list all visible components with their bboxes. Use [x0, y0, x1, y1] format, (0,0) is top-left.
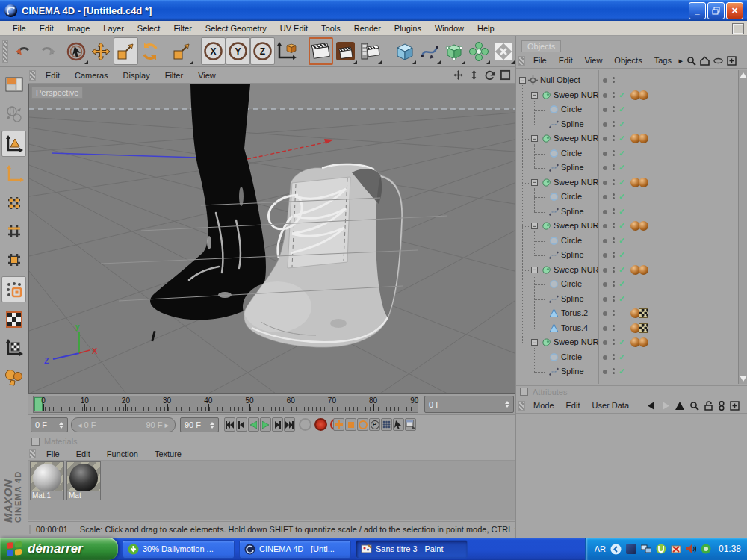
record-button[interactable] — [314, 418, 327, 431]
render-view-button[interactable] — [309, 37, 333, 65]
tree-row-sweep-nur[interactable]: −Sweep NUR✓ — [516, 175, 737, 190]
scroll-down-icon[interactable] — [740, 376, 747, 382]
attributes-menu-edit[interactable]: Edit — [560, 399, 586, 411]
material-swatch[interactable]: Mat — [66, 461, 101, 500]
enabled-check-icon[interactable]: ✓ — [619, 367, 625, 376]
filter-icon[interactable] — [713, 56, 723, 66]
tree-row-torus-4[interactable]: Torus.4 — [516, 321, 737, 336]
expand-collapse-icon[interactable]: − — [531, 339, 538, 346]
materials-menu-edit[interactable]: Edit — [68, 449, 99, 459]
objects-menu-file[interactable]: File — [527, 55, 553, 66]
viewport-menu-view[interactable]: View — [190, 69, 223, 81]
visibility-dots-icon[interactable] — [613, 325, 615, 331]
undo-button[interactable] — [10, 37, 35, 65]
layer-dot-icon[interactable] — [603, 137, 607, 141]
add-nurbs-button[interactable] — [441, 37, 466, 65]
enabled-check-icon[interactable]: ✓ — [619, 119, 625, 129]
layer-dot-icon[interactable] — [603, 122, 607, 127]
language-indicator[interactable]: AR — [595, 544, 606, 553]
scale-tool-button[interactable] — [114, 37, 138, 65]
menu-help[interactable]: Help — [471, 22, 501, 34]
visibility-dots-icon[interactable] — [613, 339, 615, 345]
home-icon[interactable] — [700, 56, 710, 66]
play-backward-button[interactable] — [248, 417, 259, 432]
material-tag-icon[interactable] — [639, 221, 648, 231]
tree-row-sweep-nur[interactable]: −Sweep NUR✓ — [516, 263, 737, 278]
key-selection-button[interactable] — [393, 418, 404, 431]
object-name[interactable]: Spline — [561, 250, 584, 259]
object-name[interactable]: Sweep NUR — [554, 134, 599, 143]
enabled-check-icon[interactable]: ✓ — [619, 149, 625, 158]
material-tag-icon[interactable] — [639, 337, 648, 347]
expand-collapse-icon[interactable]: − — [531, 223, 538, 229]
object-axis-mode-button[interactable] — [1, 161, 26, 187]
disabled-mode-button[interactable] — [1, 101, 26, 127]
expand-tools-button[interactable] — [491, 37, 515, 65]
menu-layer[interactable]: Layer — [96, 22, 131, 34]
close-button[interactable]: ✕ — [726, 2, 743, 19]
layer-dot-icon[interactable] — [603, 108, 607, 112]
menu-select-geometry[interactable]: Select Geometry — [199, 22, 273, 34]
add-panel-icon[interactable] — [727, 56, 737, 66]
z-axis-lock-button[interactable]: Z — [250, 37, 275, 65]
menu-filter[interactable]: Filter — [167, 22, 198, 34]
layer-dot-icon[interactable] — [603, 210, 607, 214]
tree-row-circle[interactable]: Circle✓ — [516, 146, 737, 161]
menu-overflow-icon[interactable]: ▸ — [678, 56, 683, 66]
pan-view-icon[interactable] — [453, 69, 464, 81]
loop-button[interactable] — [299, 418, 311, 431]
tray-icon-utorrent[interactable] — [656, 544, 666, 554]
key-scale-button[interactable] — [345, 418, 356, 431]
expand-collapse-icon[interactable]: − — [531, 92, 538, 99]
attributes-drag-handle[interactable] — [518, 401, 525, 411]
object-name[interactable]: Sweep NUR — [554, 265, 599, 274]
object-name[interactable]: Spline — [561, 163, 584, 172]
visibility-dots-icon[interactable] — [613, 106, 615, 112]
layer-dot-icon[interactable] — [603, 93, 607, 98]
object-name[interactable]: Sweep NUR — [554, 178, 599, 187]
layer-dot-icon[interactable] — [603, 355, 607, 360]
enabled-check-icon[interactable]: ✓ — [619, 250, 625, 260]
menu-uv-edit[interactable]: UV Edit — [273, 22, 314, 34]
tray-icon-alert[interactable] — [671, 544, 681, 554]
object-name[interactable]: Spline — [561, 119, 584, 128]
texture-mode-button[interactable] — [1, 306, 26, 332]
objects-menu-view[interactable]: View — [579, 55, 609, 66]
menu-tools[interactable]: Tools — [314, 22, 347, 34]
viewport-menu-display[interactable]: Display — [116, 69, 158, 81]
object-name[interactable]: Circle — [561, 149, 582, 158]
viewport-menu-edit[interactable]: Edit — [38, 69, 67, 81]
object-name[interactable]: Sweep NUR — [554, 90, 599, 99]
object-name[interactable]: Sweep NUR — [554, 221, 599, 230]
enabled-check-icon[interactable]: ✓ — [619, 105, 625, 114]
stepper-icon[interactable] — [210, 422, 214, 429]
key-pla-button[interactable] — [381, 418, 392, 431]
maximize-view-icon[interactable] — [500, 69, 511, 81]
redo-button[interactable] — [35, 37, 60, 65]
materials-drag-handle[interactable] — [29, 449, 36, 458]
add-panel-icon[interactable] — [730, 401, 740, 411]
stepper-icon[interactable] — [59, 422, 63, 429]
key-rotation-button[interactable] — [357, 418, 368, 431]
layer-dot-icon[interactable] — [603, 253, 607, 258]
visibility-dots-icon[interactable] — [613, 252, 615, 258]
play-forward-button[interactable] — [260, 417, 271, 432]
add-modeling-object-button[interactable] — [466, 37, 491, 65]
previous-frame-button[interactable] — [236, 417, 247, 432]
menu-select[interactable]: Select — [131, 22, 167, 34]
expand-collapse-icon[interactable]: − — [531, 179, 538, 186]
search-icon[interactable] — [689, 401, 699, 411]
attributes-menu-user-data[interactable]: User Data — [586, 399, 636, 411]
key-position-button[interactable] — [333, 418, 344, 431]
menu-plugins[interactable]: Plugins — [388, 22, 428, 34]
layer-dot-icon[interactable] — [603, 224, 607, 228]
object-name[interactable]: Circle — [561, 236, 582, 245]
polygon-mode-button[interactable] — [1, 247, 26, 273]
enabled-check-icon[interactable]: ✓ — [619, 279, 625, 289]
tree-row-circle[interactable]: Circle✓ — [516, 350, 737, 365]
taskbar-task-cinema-4d-unti-[interactable]: CINEMA 4D - [Unti... — [239, 540, 351, 559]
restore-button[interactable] — [707, 2, 725, 19]
tray-chevron-icon[interactable] — [610, 544, 622, 555]
visibility-dots-icon[interactable] — [613, 368, 615, 374]
rotate-tool-button[interactable] — [138, 37, 163, 65]
